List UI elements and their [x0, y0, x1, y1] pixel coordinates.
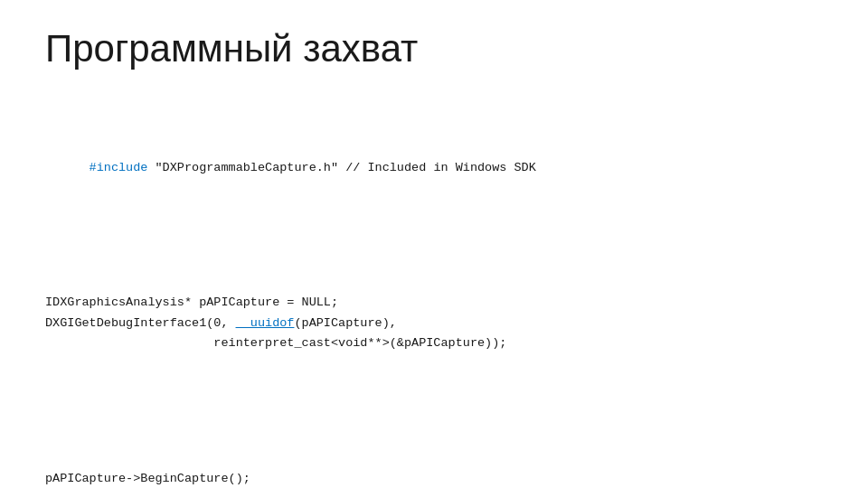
- slide-title: Программный захват: [45, 27, 823, 70]
- code-line-3: reinterpret_cast<void**>(&pAPICapture));: [45, 336, 506, 350]
- code-line-4: pAPICapture->BeginCapture();: [45, 472, 250, 485]
- include-file: "DXProgrammableCapture.h": [147, 161, 338, 174]
- slide: Программный захват #include "DXProgramma…: [0, 0, 868, 488]
- code-line-1: IDXGraphicsAnalysis* pAPICapture = NULL;: [45, 296, 338, 309]
- comment-rest: in Windows SDK: [426, 161, 536, 174]
- init-section: IDXGraphicsAnalysis* pAPICapture = NULL;…: [45, 273, 823, 373]
- include-section: #include "DXProgrammableCapture.h" // In…: [45, 138, 823, 199]
- code-line-2: DXGIGetDebugInterface1(0, __uuidof(pAPIC…: [45, 316, 397, 330]
- include-keyword: #include: [90, 161, 148, 174]
- code-block: #include "DXProgrammableCapture.h" // In…: [45, 98, 823, 488]
- included-text: Included: [367, 161, 426, 174]
- capture-section: pAPICapture->BeginCapture(); ... m_rende…: [45, 448, 823, 488]
- include-comment: //: [338, 161, 367, 174]
